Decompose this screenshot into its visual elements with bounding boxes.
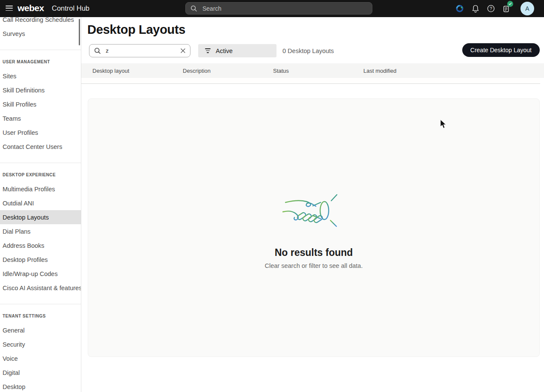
empty-table-row: [81, 78, 540, 84]
sidebar-item-outdial-ani[interactable]: Outdial ANI: [0, 196, 81, 210]
sidebar-item-dial-plans[interactable]: Dial Plans: [0, 224, 81, 238]
status-filter-dropdown[interactable]: Active: [198, 44, 276, 57]
sidebar-section-desktop-experience: DESKTOP EXPERIENCE: [0, 168, 81, 182]
column-header-desktop-layout: Desktop layout: [92, 63, 129, 78]
main-content: Desktop Layouts Active 0 Desktop Layouts…: [81, 17, 544, 392]
create-desktop-layout-button[interactable]: Create Desktop Layout: [462, 43, 540, 57]
help-icon[interactable]: ?: [486, 3, 496, 14]
search-icon: [94, 48, 101, 54]
global-search[interactable]: [185, 2, 372, 15]
sidebar-item-sites[interactable]: Sites: [0, 69, 81, 83]
svg-text:?: ?: [490, 6, 492, 11]
sidebar-item-desktop[interactable]: Desktop: [0, 380, 81, 392]
sidebar-item-digital[interactable]: Digital: [0, 365, 81, 380]
webex-app-icon[interactable]: [455, 3, 465, 14]
product-name: Control Hub: [52, 4, 89, 12]
empty-state-title: No results found: [275, 247, 353, 258]
empty-state-subtitle: Clear search or filter to see all data.: [265, 262, 363, 269]
page-title: Desktop Layouts: [87, 23, 185, 37]
sidebar-item-multimedia-profiles[interactable]: Multimedia Profiles: [0, 182, 81, 196]
sidebar-divider: [0, 50, 81, 50]
sidebar-item-skill-profiles[interactable]: Skill Profiles: [0, 97, 81, 111]
global-search-input[interactable]: [202, 5, 356, 12]
sidebar-section-user-management: USER MANAGEMENT: [0, 55, 81, 69]
top-bar: webex Control Hub ?: [0, 0, 544, 17]
sidebar: Call Recording Schedules Surveys USER MA…: [0, 17, 81, 392]
search-icon: [190, 5, 197, 12]
column-header-last-modified: Last modified: [363, 63, 396, 78]
sidebar-item-voice[interactable]: Voice: [0, 351, 81, 365]
sidebar-item-skill-definitions[interactable]: Skill Definitions: [0, 83, 81, 97]
system-status-icon[interactable]: [501, 3, 511, 14]
layouts-search-box[interactable]: [89, 44, 190, 57]
column-header-status: Status: [273, 63, 289, 78]
column-header-description: Description: [183, 63, 211, 78]
table-header-row: Desktop layout Description Status Last m…: [81, 63, 544, 78]
empty-state-card: No results found Clear search or filter …: [88, 98, 540, 357]
webex-logo: webex: [18, 3, 44, 13]
sidebar-divider: [0, 304, 81, 304]
no-results-illustration: [279, 192, 348, 230]
sidebar-item-security[interactable]: Security: [0, 337, 81, 351]
sidebar-item-general[interactable]: General: [0, 323, 81, 337]
filter-lines-icon: [205, 48, 211, 54]
sidebar-item-teams[interactable]: Teams: [0, 111, 81, 125]
clear-search-icon[interactable]: [177, 45, 188, 57]
sidebar-item-desktop-profiles[interactable]: Desktop Profiles: [0, 252, 81, 267]
notifications-bell-icon[interactable]: [470, 3, 481, 14]
sidebar-item-address-books[interactable]: Address Books: [0, 238, 81, 252]
avatar[interactable]: A: [520, 2, 534, 15]
sidebar-item-desktop-layouts[interactable]: Desktop Layouts: [0, 210, 81, 224]
sidebar-section-tenant-settings: TENANT SETTINGS: [0, 309, 81, 323]
layouts-search-input[interactable]: [105, 47, 171, 54]
sidebar-scrollbar-thumb[interactable]: [79, 19, 80, 45]
sidebar-item-user-profiles[interactable]: User Profiles: [0, 125, 81, 140]
sidebar-item-contact-center-users[interactable]: Contact Center Users: [0, 140, 81, 154]
sidebar-divider: [0, 163, 81, 163]
status-check-badge: [507, 1, 513, 7]
filter-selected-value: Active: [216, 48, 233, 54]
sidebar-item-call-recording-schedules[interactable]: Call Recording Schedules: [0, 17, 81, 27]
sidebar-item-cisco-ai-assistant[interactable]: Cisco AI Assistant & features: [0, 281, 81, 295]
results-count: 0 Desktop Layouts: [282, 44, 334, 57]
sidebar-item-surveys[interactable]: Surveys: [0, 27, 81, 41]
hamburger-menu-icon[interactable]: [6, 6, 13, 11]
sidebar-item-idle-wrap-up-codes[interactable]: Idle/Wrap-up Codes: [0, 267, 81, 281]
